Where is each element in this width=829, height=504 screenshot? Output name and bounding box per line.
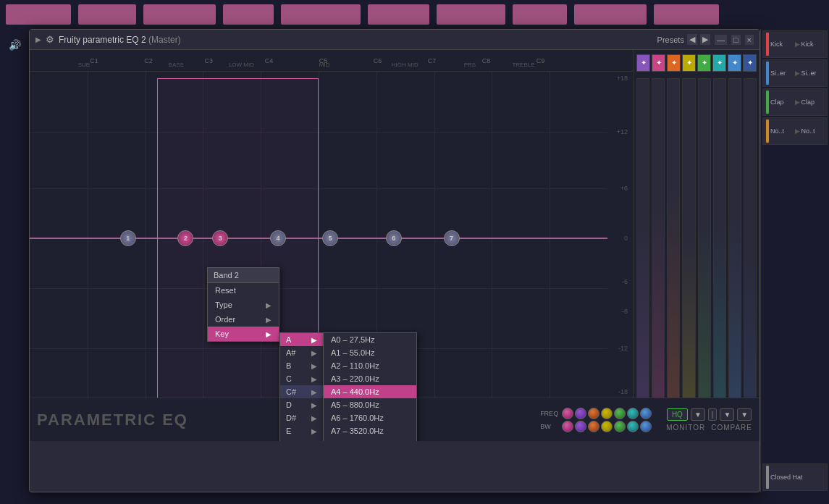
bw-knob-3[interactable] [588, 421, 599, 432]
freq-label-c1: C1 [90, 57, 98, 64]
left-strip: 🔊 [0, 29, 29, 492]
waveform-6 [368, 4, 429, 25]
freq-item-a7[interactable]: A7 – 3520.0Hz [324, 424, 416, 437]
menu-item-order[interactable]: Order ▶ [208, 312, 279, 327]
bw-knob-7[interactable] [640, 421, 652, 432]
freq-knob-3[interactable] [588, 408, 599, 419]
band-slider-5[interactable] [698, 78, 711, 438]
freq-knob-6[interactable] [627, 408, 639, 419]
down-button-2[interactable]: ▼ [720, 408, 734, 421]
menu-item-key[interactable]: Key ▶ [208, 327, 279, 341]
menu-item-reset[interactable]: Reset [208, 283, 279, 298]
settings-icon[interactable]: ⚙ [46, 34, 54, 45]
band-btn-8[interactable]: ✦ [743, 54, 757, 72]
band-slider-6[interactable] [713, 78, 726, 438]
band-slider-8[interactable] [744, 78, 757, 438]
key-item-e[interactable]: E ▶ [280, 424, 323, 437]
freq-knob-2[interactable] [575, 408, 586, 419]
expand-arrow[interactable]: ▶ [35, 35, 41, 43]
bw-knob-4[interactable] [601, 421, 613, 432]
waveform-5 [281, 4, 361, 25]
freq-item-a2[interactable]: A2 – 110.0Hz [324, 359, 416, 372]
band-node-3[interactable]: 3 [212, 230, 228, 246]
band-node-7[interactable]: 7 [444, 230, 460, 246]
plugin-titlebar: ▶ ⚙ Fruity parametric EQ 2 (Master) Pres… [30, 30, 759, 50]
instrument-list: Kick ▶ Kick Si..er ▶ Si..er Clap ▶ Clap … [760, 29, 829, 492]
freq-label: FREQ [540, 410, 560, 417]
db-minus12: -12 [618, 345, 628, 352]
band-node-6[interactable]: 6 [386, 230, 402, 246]
instrument-closedhat[interactable]: Closed Hat [762, 463, 828, 491]
kick-arrow: ▶ [795, 41, 800, 48]
key-item-ds[interactable]: D# ▶ [280, 411, 323, 424]
band-node-1[interactable]: 1 [120, 230, 136, 246]
band-node-5[interactable]: 5 [322, 230, 338, 246]
key-item-d[interactable]: D ▶ [280, 398, 323, 411]
instrument-sier[interactable]: Si..er ▶ Si..er [762, 59, 828, 87]
key-item-a[interactable]: A ▶ [280, 333, 323, 346]
presets-prev-button[interactable]: ◀ [687, 34, 697, 45]
band-slider-1[interactable] [636, 78, 649, 438]
freq-item-a1[interactable]: A1 – 55.0Hz [324, 346, 416, 359]
instrument-not[interactable]: No..t ▶ No..t [762, 117, 828, 145]
freq-knob-7[interactable] [640, 408, 652, 419]
freq-knob-5[interactable] [614, 408, 626, 419]
restore-button[interactable]: □ [731, 35, 741, 45]
freq-item-a8[interactable]: A8 – 7040.0Hz [324, 437, 416, 441]
presets-label: Presets [657, 35, 684, 44]
not-name: No..t [770, 127, 794, 135]
f-arrow: ▶ [311, 440, 317, 442]
band-btn-1[interactable]: ✦ [636, 54, 650, 72]
bw-knob-1[interactable] [562, 421, 573, 432]
instrument-clap[interactable]: Clap ▶ Clap [762, 88, 828, 116]
key-item-cs[interactable]: C# ▶ [280, 385, 323, 398]
waveform-4 [223, 4, 274, 25]
level-button[interactable]: | [708, 408, 718, 421]
key-item-c[interactable]: C ▶ [280, 372, 323, 385]
bw-knob-6[interactable] [627, 421, 639, 432]
key-item-as[interactable]: A# ▶ [280, 346, 323, 359]
waveform-3 [143, 4, 216, 25]
freq-item-a0[interactable]: A0 – 27.5Hz [324, 333, 416, 346]
band-btn-4[interactable]: ✦ [682, 54, 696, 72]
freq-item-a6[interactable]: A6 – 1760.0Hz [324, 411, 416, 424]
band-btn-5[interactable]: ✦ [697, 54, 711, 72]
bw-knob-5[interactable] [614, 421, 626, 432]
band-slider-7[interactable] [728, 78, 741, 438]
range-sub: SUB [78, 62, 90, 68]
band-btn-6[interactable]: ✦ [712, 54, 726, 72]
freq-item-a5[interactable]: A5 – 880.0Hz [324, 398, 416, 411]
freq-row: FREQ [540, 408, 652, 419]
band-slider-3[interactable] [667, 78, 680, 438]
band-slider-2[interactable] [652, 78, 665, 438]
key-item-b[interactable]: B ▶ [280, 359, 323, 372]
down-button-1[interactable]: ▼ [691, 408, 705, 421]
close-button[interactable]: × [745, 35, 754, 45]
band-slider-4[interactable] [682, 78, 695, 438]
freq-item-a4[interactable]: A4 – 440.0Hz [324, 385, 416, 398]
band-node-4[interactable]: 4 [270, 230, 286, 246]
band-btn-3[interactable]: ✦ [667, 54, 681, 72]
minimize-button[interactable]: — [715, 35, 727, 45]
bw-knob-2[interactable] [575, 421, 586, 432]
freq-knob-1[interactable] [562, 408, 573, 419]
freq-item-a3[interactable]: A3 – 220.0Hz [324, 372, 416, 385]
freq-knob-4[interactable] [601, 408, 613, 419]
presets-next-button[interactable]: ▶ [700, 34, 710, 45]
menu-item-type[interactable]: Type ▶ [208, 298, 279, 312]
top-waveform-strip [0, 0, 829, 29]
band-btn-2[interactable]: ✦ [652, 54, 665, 72]
band7-icon: ✦ [732, 59, 738, 67]
clap-color-bar [766, 91, 769, 114]
band-node-2[interactable]: 2 [177, 230, 193, 246]
key-item-f[interactable]: F ▶ [280, 437, 323, 441]
b-arrow: ▶ [311, 362, 317, 370]
down-button-3[interactable]: ▼ [737, 408, 752, 421]
band2-icon: ✦ [656, 59, 662, 67]
band-btn-7[interactable]: ✦ [728, 54, 741, 72]
as-arrow: ▶ [311, 349, 317, 357]
zero-line [30, 238, 607, 239]
left-strip-icon[interactable]: 🔊 [6, 36, 24, 54]
hq-button[interactable]: HQ [667, 408, 688, 421]
instrument-kick[interactable]: Kick ▶ Kick [762, 30, 828, 58]
